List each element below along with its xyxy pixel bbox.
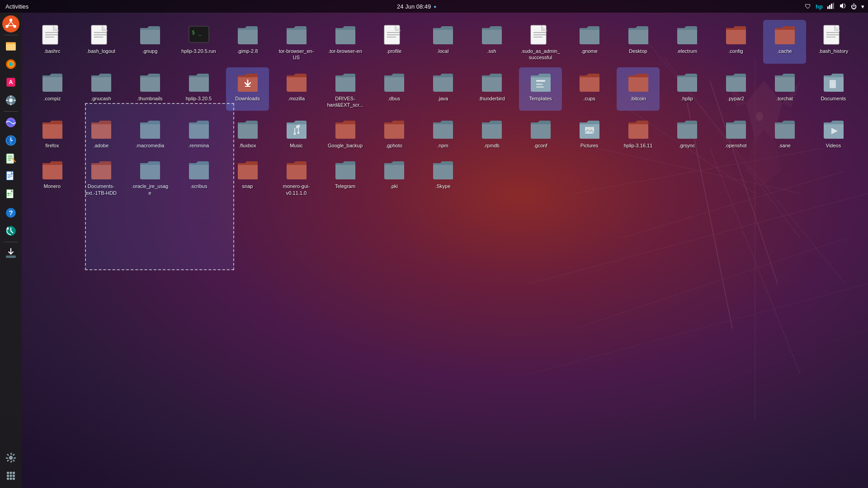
- file-item[interactable]: .gimp-2.8: [226, 20, 269, 64]
- file-item[interactable]: .oracle_jre_usage: [128, 155, 171, 199]
- dock-system-prefs[interactable]: [2, 449, 19, 466]
- file-item[interactable]: .npm: [421, 114, 464, 151]
- file-item[interactable]: .cups: [568, 67, 611, 111]
- file-icon-terminal: $ _: [187, 23, 211, 46]
- dock-files[interactable]: [2, 38, 19, 55]
- file-item[interactable]: .sudo_as_admin_successful: [519, 20, 562, 64]
- dock-software[interactable]: A: [2, 74, 19, 91]
- file-item[interactable]: tor-browser_en-US: [275, 20, 318, 64]
- dock-app-grid[interactable]: [2, 467, 19, 484]
- dock-backup[interactable]: [2, 222, 19, 239]
- file-item[interactable]: Downloads: [226, 67, 269, 111]
- svg-line-68: [529, 284, 868, 374]
- file-item[interactable]: .pypar2: [714, 67, 757, 111]
- file-item[interactable]: .pki: [373, 155, 415, 199]
- file-label: .cache: [777, 48, 792, 54]
- file-item[interactable]: .sane: [763, 114, 806, 151]
- file-item[interactable]: firefox: [31, 114, 74, 151]
- dock-libreoffice-writer[interactable]: [2, 168, 19, 185]
- file-item[interactable]: .tor-browser-en: [324, 20, 367, 64]
- file-item[interactable]: Monero: [31, 155, 74, 199]
- dock-libreoffice-calc[interactable]: [2, 186, 19, 203]
- file-item[interactable]: .gnupg: [128, 20, 171, 64]
- volume-icon[interactable]: [839, 3, 846, 10]
- file-item[interactable]: .gconf: [519, 114, 562, 151]
- file-item[interactable]: monero-gui-v0.11.1.0: [275, 155, 318, 199]
- svg-text:A: A: [9, 79, 13, 85]
- svg-rect-10: [6, 44, 16, 51]
- file-item[interactable]: Google_backup: [324, 114, 367, 151]
- file-item[interactable]: .openshot: [714, 114, 757, 151]
- dock-install[interactable]: [2, 244, 19, 262]
- file-item[interactable]: snap: [226, 155, 269, 199]
- dock-system-settings[interactable]: [2, 92, 19, 109]
- dock-help[interactable]: ?: [2, 204, 19, 221]
- file-item[interactable]: .dbus: [373, 67, 415, 111]
- ubuntu-logo[interactable]: [2, 15, 19, 33]
- file-label: .bash_logout: [87, 48, 115, 54]
- dock-firefox[interactable]: [2, 56, 19, 73]
- file-item[interactable]: .bash_logout: [80, 20, 123, 64]
- svg-point-50: [9, 474, 12, 477]
- file-icon-folder: [627, 23, 650, 46]
- file-item[interactable]: .rpmdb: [470, 114, 513, 151]
- file-item[interactable]: .gnucash: [80, 67, 123, 111]
- file-item[interactable]: .java: [421, 67, 464, 111]
- file-item[interactable]: Documents: [812, 67, 855, 111]
- file-item[interactable]: .thunderbird: [470, 67, 513, 111]
- dock-world-clock[interactable]: [2, 132, 19, 149]
- file-item[interactable]: .remmina: [177, 114, 220, 151]
- file-item[interactable]: .scribus: [177, 155, 220, 199]
- file-item[interactable]: hplip-3.20.5: [177, 67, 220, 111]
- file-item[interactable]: Desktop: [617, 20, 660, 64]
- file-item[interactable]: .bash_history: [812, 20, 855, 64]
- file-item[interactable]: .fluxbox: [226, 114, 269, 151]
- file-item[interactable]: Pictures: [568, 114, 611, 151]
- file-icon-text: [382, 23, 406, 46]
- hp-icon[interactable]: hp: [816, 3, 823, 10]
- file-item[interactable]: .torchat: [763, 67, 806, 111]
- file-icon-folder: [236, 117, 259, 141]
- file-item[interactable]: .cache: [763, 20, 806, 64]
- file-item[interactable]: .hplip: [665, 67, 708, 111]
- file-label: .openshot: [725, 142, 746, 149]
- file-item[interactable]: .bashrc: [31, 20, 74, 64]
- file-item[interactable]: .electrum: [665, 20, 708, 64]
- file-item[interactable]: .config: [714, 20, 757, 64]
- file-icon-folder: [236, 70, 259, 94]
- file-item[interactable]: .profile: [373, 20, 415, 64]
- file-item[interactable]: Music: [275, 114, 318, 151]
- file-item[interactable]: .local: [421, 20, 464, 64]
- file-item[interactable]: .mozilla: [275, 67, 318, 111]
- svg-rect-99: [585, 127, 594, 134]
- file-item[interactable]: .gphoto: [373, 114, 415, 151]
- file-item[interactable]: .thumbnails: [128, 67, 171, 111]
- activities-button[interactable]: Activities: [4, 3, 28, 10]
- system-menu-arrow[interactable]: ▾: [861, 3, 864, 10]
- file-item[interactable]: hplip-3.16.11: [617, 114, 660, 151]
- network-icon[interactable]: [827, 3, 835, 10]
- file-item[interactable]: .Skype: [421, 155, 464, 199]
- file-item[interactable]: Videos: [812, 114, 855, 151]
- dock-thunderbird[interactable]: [2, 114, 19, 131]
- power-icon[interactable]: ⏻: [851, 3, 857, 10]
- file-item[interactable]: .macromedia: [128, 114, 171, 151]
- file-item[interactable]: .compiz: [31, 67, 74, 111]
- shield-icon[interactable]: 🛡: [805, 3, 811, 10]
- file-item[interactable]: Templates: [519, 67, 562, 111]
- file-item[interactable]: .grsync: [665, 114, 708, 151]
- file-item[interactable]: .gnome: [568, 20, 611, 64]
- dock-divider-2: [4, 111, 18, 112]
- file-item[interactable]: DRIVES-hard&EXT_scr...: [324, 67, 367, 111]
- file-item[interactable]: Documents-ext.-1TB-HDD: [80, 155, 123, 199]
- dock-text-editor[interactable]: [2, 150, 19, 167]
- file-icon-folder: [675, 70, 699, 94]
- file-icon-folder: [187, 70, 211, 94]
- file-label: .sudo_as_admin_successful: [521, 48, 560, 61]
- desktop[interactable]: .bashrc .bash_logout .gnupg $ _ hplip-3.…: [22, 13, 868, 488]
- file-item[interactable]: Telegram: [324, 155, 367, 199]
- file-item[interactable]: .bitcoin: [617, 67, 660, 111]
- file-item[interactable]: .adobe: [80, 114, 123, 151]
- file-item[interactable]: $ _ hplip-3.20.5.run: [177, 20, 220, 64]
- file-item[interactable]: .ssh: [470, 20, 513, 64]
